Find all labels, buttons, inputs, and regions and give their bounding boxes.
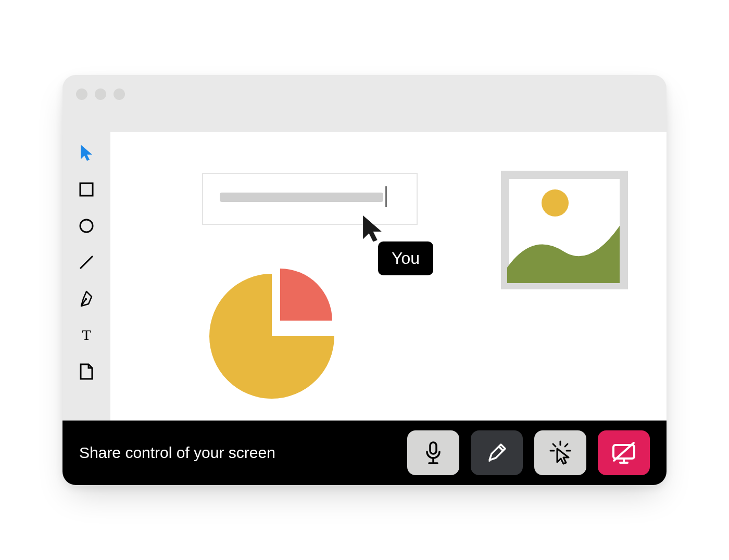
content-area: T [62, 132, 667, 421]
image-hill-icon [507, 210, 620, 283]
window-controls [76, 88, 125, 100]
tool-sidebar: T [62, 132, 110, 421]
zoom-window-button[interactable] [114, 88, 125, 100]
minimize-window-button[interactable] [95, 88, 106, 100]
svg-text:T: T [82, 327, 91, 343]
remote-cursor-label: You [378, 241, 433, 275]
tool-rectangle[interactable] [77, 180, 96, 199]
cursor-icon [360, 215, 384, 243]
microphone-icon [423, 440, 444, 465]
bottom-toolbar: Share control of your screen [62, 421, 667, 485]
text-icon: T [79, 327, 94, 343]
window-titlebar [62, 75, 667, 132]
canvas-pie-chart[interactable] [209, 268, 341, 401]
page-icon [79, 363, 94, 380]
svg-rect-0 [80, 183, 93, 196]
svg-line-2 [80, 256, 93, 269]
svg-line-11 [553, 444, 556, 447]
close-window-button[interactable] [76, 88, 87, 100]
canvas-text-input[interactable] [202, 173, 418, 225]
svg-line-12 [565, 444, 568, 447]
svg-point-1 [80, 220, 93, 232]
tool-ellipse[interactable] [77, 217, 96, 235]
click-cursor-icon [547, 439, 574, 466]
svg-rect-6 [430, 442, 436, 454]
text-caret [385, 186, 387, 207]
tool-line[interactable] [77, 253, 96, 272]
square-icon [79, 182, 94, 197]
tool-pen[interactable] [77, 289, 96, 308]
pen-nib-icon [78, 290, 95, 307]
click-control-button[interactable] [534, 430, 586, 475]
design-canvas[interactable]: You [110, 132, 667, 421]
tool-page[interactable] [77, 362, 96, 381]
draw-button[interactable] [471, 430, 523, 475]
app-window: T [62, 75, 667, 485]
text-placeholder-bar [220, 193, 383, 202]
stop-screen-share-icon [610, 441, 638, 465]
line-icon [78, 254, 95, 271]
tool-select[interactable] [77, 144, 96, 162]
microphone-button[interactable] [407, 430, 459, 475]
canvas-image-placeholder[interactable] [501, 171, 628, 289]
circle-icon [79, 218, 94, 234]
remote-cursor [360, 215, 384, 245]
tool-text[interactable]: T [77, 326, 96, 345]
pencil-icon [485, 441, 508, 464]
stop-share-button[interactable] [598, 430, 650, 475]
arrow-cursor-icon [80, 145, 93, 161]
bottom-toolbar-label: Share control of your screen [79, 444, 396, 462]
pie-chart-icon [209, 268, 341, 399]
